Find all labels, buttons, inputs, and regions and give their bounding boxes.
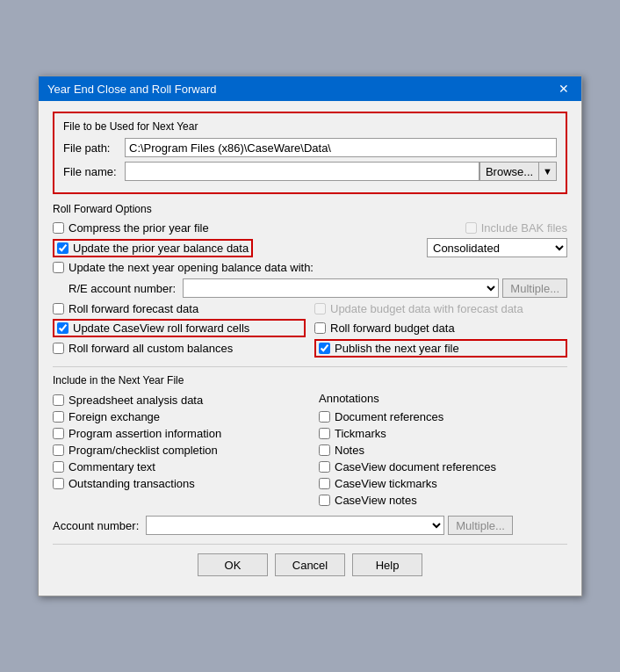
spreadsheet-label: Spreadsheet analysis data [68,394,203,407]
commentary-option: Commentary text [53,459,301,475]
roll-custom-label: Roll forward all custom balances [68,342,233,355]
update-caseview-option: Update CaseView roll forward cells [53,319,306,337]
roll-forecast-label: Roll forward forecast data [68,302,198,315]
doc-references-option: Document references [319,408,567,425]
tickmarks-checkbox[interactable] [319,428,330,439]
include-section: Include in the Next Year File Spreadshee… [53,366,567,535]
notes-checkbox[interactable] [319,444,330,456]
file-path-input[interactable] [125,138,557,157]
update-prior-label: Update the prior year balance data [73,242,249,255]
update-caseview-label: Update CaseView roll forward cells [73,322,249,335]
dialog-title: Year End Close and Roll Forward [47,83,216,96]
help-button[interactable]: Help [352,553,422,576]
roll-forecast-checkbox[interactable] [53,303,64,314]
account-number-label: Account number: [53,519,139,532]
dialog: Year End Close and Roll Forward ✕ File t… [38,76,582,596]
re-multiple-button[interactable]: Multiple... [502,278,567,298]
title-bar: Year End Close and Roll Forward ✕ [39,76,581,101]
browse-dropdown-button[interactable]: ▼ [539,162,557,181]
program-assertion-option: Program assertion information [53,425,301,442]
program-assertion-checkbox[interactable] [53,428,64,439]
doc-references-label: Document references [335,410,443,423]
include-bak-option: Include BAK files [465,220,567,236]
publish-next-label: Publish the next year file [335,342,459,355]
roll-forward-section: Roll Forward Options Compress the prior … [53,203,567,358]
foreign-exchange-label: Foreign exchange [68,410,160,423]
caseview-doc-ref-checkbox[interactable] [319,461,330,473]
program-checklist-label: Program/checklist completion [68,444,218,457]
file-section: File to be Used for Next Year File path:… [53,112,567,194]
browse-dropdown-arrow: ▼ [543,166,552,177]
caseview-tickmarks-option: CaseView tickmarks [319,475,567,492]
compress-label: Compress the prior year file [68,221,209,235]
browse-button[interactable]: Browse... [479,162,539,181]
tickmarks-option: Tickmarks [319,425,567,442]
roll-budget-label: Roll forward budget data [330,322,455,335]
close-button[interactable]: ✕ [555,82,573,96]
re-account-row: R/E account number: Multiple... [53,278,567,298]
caseview-doc-ref-label: CaseView document references [335,460,496,473]
doc-references-checkbox[interactable] [319,411,330,423]
re-account-select[interactable] [183,278,499,298]
file-name-input[interactable] [125,162,479,181]
file-section-title: File to be Used for Next Year [63,120,557,133]
foreign-exchange-option: Foreign exchange [53,408,301,425]
update-budget-forecast-label: Update budget data with forecast data [330,302,523,315]
roll-forecast-option: Roll forward forecast data [53,300,306,317]
file-name-row: File name: Browse... ▼ [63,162,557,181]
program-checklist-checkbox[interactable] [53,444,64,456]
commentary-checkbox[interactable] [53,461,64,473]
update-next-opening-label: Update the next year opening balance dat… [68,261,314,274]
update-prior-option: Update the prior year balance data [53,239,253,257]
include-grid: Spreadsheet analysis data Foreign exchan… [53,392,567,509]
publish-next-checkbox[interactable] [319,343,330,354]
file-path-label: File path: [63,141,125,155]
caseview-tickmarks-label: CaseView tickmarks [335,477,437,490]
include-right: Annotations Document references Tickmark… [319,392,567,509]
account-number-row: Account number: Multiple... [53,516,567,535]
outstanding-label: Outstanding transactions [68,477,195,490]
caseview-doc-ref-option: CaseView document references [319,459,567,475]
caseview-notes-option: CaseView notes [319,492,567,509]
roll-custom-checkbox[interactable] [53,343,64,354]
ok-button[interactable]: OK [198,553,268,576]
foreign-exchange-checkbox[interactable] [53,411,64,423]
file-path-row: File path: [63,138,557,157]
caseview-notes-checkbox[interactable] [319,495,330,506]
update-budget-forecast-option: Update budget data with forecast data [314,300,567,317]
update-prior-checkbox[interactable] [57,242,68,254]
roll-forward-title: Roll Forward Options [53,203,567,215]
caseview-tickmarks-checkbox[interactable] [319,478,330,489]
outstanding-option: Outstanding transactions [53,475,301,492]
update-budget-forecast-checkbox[interactable] [314,303,326,314]
compress-option: Compress the prior year file [53,220,209,236]
account-multiple-button[interactable]: Multiple... [448,516,513,535]
caseview-notes-label: CaseView notes [335,494,417,507]
annotations-title: Annotations [319,392,567,405]
notes-option: Notes [319,442,567,459]
commentary-label: Commentary text [68,460,155,473]
roll-custom-option: Roll forward all custom balances [53,340,306,357]
roll-budget-option: Roll forward budget data [314,320,567,336]
publish-next-option: Publish the next year file [314,339,567,358]
program-assertion-label: Program assertion information [68,427,221,440]
compress-checkbox[interactable] [53,222,64,234]
account-number-select[interactable] [146,516,444,535]
re-account-label: R/E account number: [68,282,176,295]
update-next-opening-checkbox[interactable] [53,262,64,273]
update-caseview-checkbox[interactable] [57,322,68,334]
dialog-body: File to be Used for Next Year File path:… [39,101,581,596]
consolidated-select[interactable]: Consolidated [427,238,567,257]
update-next-opening-option: Update the next year opening balance dat… [53,259,314,276]
include-bak-checkbox[interactable] [465,222,477,234]
spreadsheet-checkbox[interactable] [53,394,64,406]
tickmarks-label: Tickmarks [335,427,386,440]
outstanding-checkbox[interactable] [53,478,64,489]
cancel-button[interactable]: Cancel [275,553,345,576]
include-section-title: Include in the Next Year File [53,374,567,387]
roll-budget-checkbox[interactable] [314,322,326,334]
button-bar: OK Cancel Help [53,544,567,587]
program-checklist-option: Program/checklist completion [53,442,301,459]
include-left: Spreadsheet analysis data Foreign exchan… [53,392,301,509]
include-bak-label: Include BAK files [481,221,567,235]
